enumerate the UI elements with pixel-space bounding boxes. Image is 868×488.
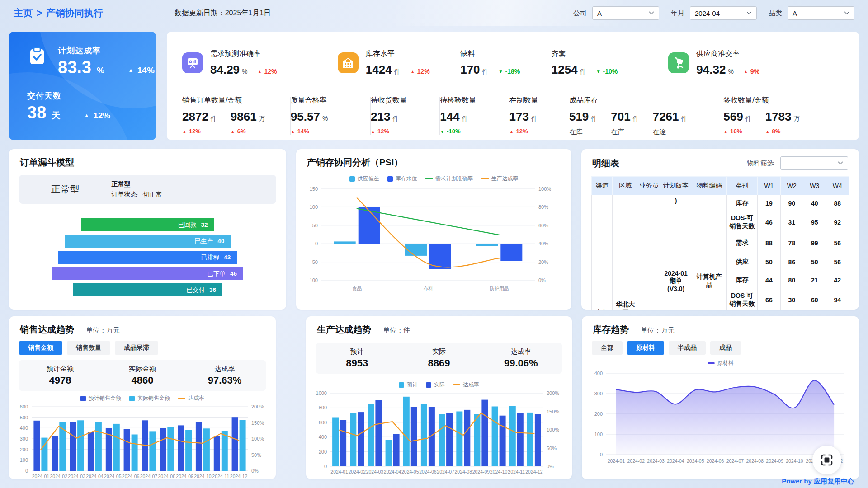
svg-text:2024-08: 2024-08 (158, 474, 175, 479)
svg-text:2024-06: 2024-06 (419, 469, 437, 474)
filter-select-1[interactable]: 2024-04 (690, 6, 757, 20)
legend-item: 供应偏差 (349, 175, 379, 183)
kpi-delta: ▲12% (509, 128, 538, 135)
funnel-bar[interactable]: 已交付36 (73, 283, 222, 296)
tab-2[interactable]: 成品呆滞 (115, 341, 158, 355)
funnel-bar[interactable]: 已回款32 (81, 218, 214, 231)
svg-text:2024-07: 2024-07 (140, 474, 158, 479)
funnel-bar[interactable]: 已生产40 (65, 235, 231, 248)
funnel-bar[interactable]: 已排程43 (58, 251, 237, 264)
svg-text:40%: 40% (538, 241, 548, 246)
kpi-cell: 需求预测准确率84.29%▲12% (182, 49, 332, 77)
legend-item: 生产达成率 (481, 175, 519, 183)
kpi-delta: ▲12% (410, 68, 430, 75)
order-type-name: 正常型 (112, 180, 162, 188)
svg-text:200: 200 (20, 447, 28, 452)
powered-by[interactable]: Power by 应用复用中心 (782, 477, 854, 486)
tab-0[interactable]: 全部 (592, 341, 623, 355)
svg-text:0: 0 (315, 241, 318, 246)
svg-text:20%: 20% (538, 259, 548, 265)
kpi-delta: ▲9% (744, 68, 760, 75)
forecast-board-icon (182, 52, 203, 73)
kpi-cell: 销售订单数量/金额2872件▲12%9861万▲6% (182, 96, 290, 140)
kpi-delta: ▲12% (258, 68, 277, 75)
material-filter-select[interactable] (780, 156, 848, 170)
legend-line-swatch (425, 178, 433, 179)
detail-table-wrap[interactable]: 渠道区域业务员计划版本物料编码类别W1W2W3W4商超华北大区)库存199040… (591, 176, 849, 310)
inventory-trend-title: 库存趋势 (593, 324, 629, 336)
summary-item: 达成率97.63% (184, 365, 266, 386)
filter-label: 年月 (671, 9, 684, 18)
svg-text:2024-09: 2024-09 (472, 469, 490, 474)
kpi-delta: ▲12% (371, 128, 399, 135)
production-trend-panel: 生产达成趋势 单位：件 预计8953实际8869达成率99.06% 预计实际达成… (306, 316, 572, 479)
kpi-delta: ▲6% (231, 128, 265, 135)
svg-text:2024-02: 2024-02 (50, 474, 67, 479)
svg-text:50%: 50% (251, 452, 261, 458)
svg-text:150%: 150% (251, 420, 264, 426)
psi-title: 产销存协同分析（PSI） (307, 156, 403, 169)
svg-text:-100: -100 (308, 277, 318, 283)
filter-label: 品类 (769, 9, 782, 18)
tab-1[interactable]: 销售数量 (67, 341, 110, 355)
svg-text:0: 0 (324, 464, 327, 469)
sales-summary: 预计金额4978实际金额4860达成率97.63% (19, 360, 266, 391)
svg-text:100: 100 (310, 204, 318, 210)
psi-panel: 产销存协同分析（PSI） 供应偏差库存水位需求计划准确率生产达成率 150100… (296, 149, 571, 310)
svg-text:2024-05: 2024-05 (104, 474, 122, 479)
funnel-bar[interactable]: 已下单46 (52, 267, 243, 280)
data-update-date: 数据更新日期：2025年1月1日 (175, 9, 271, 18)
tab-0-active[interactable]: 销售金额 (19, 341, 62, 355)
svg-text:2024-12: 2024-12 (230, 474, 248, 479)
table-header-cell: 业务员 (638, 177, 660, 195)
hand-truck-icon (668, 52, 689, 73)
svg-text:600: 600 (20, 404, 28, 409)
table-header-cell: 类别 (726, 177, 758, 195)
hero-metric-delivery: 交付天数38天▲12% (27, 90, 156, 122)
svg-text:300: 300 (594, 391, 603, 396)
kpi-cell: 齐套1254件▼-10% (552, 49, 663, 77)
tab-3[interactable]: 成品 (710, 341, 741, 355)
filter-select-2[interactable]: A (788, 6, 854, 20)
table-header-cell: W1 (758, 177, 780, 195)
svg-text:防护用品: 防护用品 (490, 286, 509, 291)
legend-line-swatch (178, 398, 185, 399)
legend-square-swatch (399, 382, 404, 388)
legend-line-swatch (453, 384, 460, 385)
legend-line-swatch (481, 178, 489, 179)
kpi-cell: 成品库存519件在库701件在产7261件在途 (569, 96, 723, 140)
order-type-badge: 正常型 (19, 183, 112, 196)
tab-2[interactable]: 半成品 (669, 341, 706, 355)
legend-item: 达成率 (453, 381, 479, 389)
svg-text:布料: 布料 (424, 286, 434, 291)
svg-text:2024-04: 2024-04 (667, 458, 684, 464)
svg-text:0%: 0% (251, 468, 259, 474)
svg-text:2024-03: 2024-03 (647, 458, 665, 464)
content: 计划达成率83.3%▲14% 交付天数38天▲12% 需求预测准确率84.29%… (9, 32, 859, 479)
sales-trend-unit: 单位：万元 (86, 326, 120, 335)
production-legend: 预计实际达成率 (306, 381, 572, 389)
table-header-cell: 渠道 (592, 177, 613, 195)
sales-trend-title: 销售达成趋势 (20, 324, 74, 336)
svg-text:200: 200 (319, 449, 327, 455)
svg-text:2024-07: 2024-07 (726, 458, 744, 464)
legend-item: 实际销售金额 (129, 394, 170, 402)
sales-trend-chart: 6005004003002001000200%150%100%50%0%2024… (15, 404, 267, 479)
kpi-delta: ▲8% (765, 128, 800, 135)
svg-text:2024-08: 2024-08 (454, 469, 472, 474)
production-trend-title: 生产达成趋势 (317, 324, 371, 336)
legend-item: 预计 (399, 381, 418, 389)
filter-select-0[interactable]: A (592, 6, 659, 20)
production-trend-chart: 10008006004002000200%150%100%50%0%2024-0… (312, 390, 563, 475)
inventory-trend-unit: 单位：万元 (641, 326, 675, 335)
dashboard-page: 主页 > 产销协同执行 数据更新日期：2025年1月1日 公司A年月2024-0… (0, 0, 868, 488)
fullscreen-button[interactable] (812, 446, 841, 474)
tab-1-active[interactable]: 原材料 (627, 341, 664, 355)
kpi-cell: 库存水平1424件▲12% (338, 49, 460, 77)
svg-text:2024-10: 2024-10 (786, 458, 803, 464)
svg-text:1000: 1000 (316, 390, 327, 396)
kpi-delta: ▲12% (182, 128, 217, 135)
breadcrumb-home[interactable]: 主页 (14, 7, 33, 19)
svg-text:150: 150 (310, 186, 318, 192)
warehouse-icon (338, 52, 359, 73)
